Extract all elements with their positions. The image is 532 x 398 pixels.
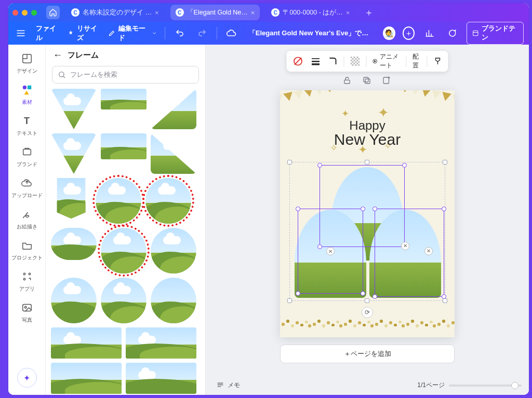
frame-thumb[interactable] <box>151 228 196 273</box>
svg-rect-15 <box>350 57 360 66</box>
home-button[interactable] <box>46 6 60 19</box>
notes-button[interactable]: メモ <box>216 381 240 390</box>
elements-panel: ← フレーム フレームを検索 <box>46 45 206 395</box>
canvas-stage[interactable]: アニメート 配置 ✦ ✦ ✧ <box>206 45 529 395</box>
swap-handle-icon[interactable]: ✕ <box>424 247 433 255</box>
comment-button[interactable] <box>444 25 459 42</box>
selection-box[interactable]: ✕ ✕ <box>375 209 444 297</box>
transparency-button[interactable] <box>349 54 361 68</box>
tab-label: 名称未設定のデザイ … <box>83 8 152 17</box>
svg-rect-12 <box>312 58 320 59</box>
page-quick-tools <box>342 76 392 86</box>
user-avatar[interactable]: 🧑‍🎨 <box>383 26 395 40</box>
frame-thumb-highlighted[interactable] <box>101 228 147 273</box>
no-outline-button[interactable] <box>292 54 304 68</box>
frame-thumb[interactable] <box>51 363 122 394</box>
frame-thumb[interactable] <box>126 327 196 359</box>
animate-button[interactable]: アニメート <box>371 50 401 72</box>
browser-tab[interactable]: C 名称未設定のデザイ … × <box>66 5 164 20</box>
close-tab-icon[interactable]: × <box>155 9 159 17</box>
rail-text[interactable]: Tテキスト <box>11 111 43 140</box>
undo-button[interactable] <box>172 25 188 42</box>
folder-icon <box>20 239 34 252</box>
new-tab-button[interactable]: ＋ <box>361 6 377 19</box>
position-button[interactable]: 配置 <box>411 50 422 72</box>
swap-handle-icon[interactable]: ✕ <box>401 242 409 250</box>
add-page-icon[interactable] <box>382 76 392 86</box>
menu-button[interactable] <box>14 25 29 42</box>
more-format-button[interactable] <box>433 54 443 68</box>
search-input[interactable]: フレームを検索 <box>52 66 199 84</box>
rail-project[interactable]: プロジェクト <box>11 236 43 265</box>
rotate-handle[interactable]: ⟳ <box>362 307 373 318</box>
page-indicator[interactable]: 1/1ページ <box>417 381 445 390</box>
frame-thumb[interactable] <box>51 327 122 359</box>
canva-favicon-icon: C <box>176 8 184 17</box>
frame-thumb-highlighted[interactable] <box>145 178 191 224</box>
zoom-window-icon[interactable] <box>31 10 37 16</box>
corner-radius-button[interactable] <box>327 54 339 68</box>
frame-thumb[interactable] <box>151 89 196 129</box>
close-tab-icon[interactable]: × <box>251 9 255 17</box>
frame-thumb[interactable] <box>51 278 97 323</box>
greeting-text[interactable]: Happy New Year <box>280 118 455 148</box>
frame-thumb[interactable] <box>51 89 97 129</box>
document-title[interactable]: 「Elegant Gold New Year's Eve」で… <box>249 29 368 38</box>
frame-thumb[interactable] <box>101 278 147 323</box>
rail-draw[interactable]: お絵描き <box>11 204 43 234</box>
browser-tab[interactable]: C 〒000-0000 - はが… × <box>266 5 355 20</box>
frame-thumb[interactable] <box>51 228 97 260</box>
back-button[interactable]: ← <box>53 50 62 61</box>
svg-point-5 <box>23 273 25 275</box>
svg-rect-14 <box>312 63 320 65</box>
close-window-icon[interactable] <box>12 10 18 16</box>
frame-thumb[interactable] <box>151 133 196 174</box>
brand-template-button[interactable]: ブランドテン <box>467 22 524 45</box>
frame-thumb[interactable] <box>126 363 196 394</box>
close-tab-icon[interactable]: × <box>346 9 350 17</box>
rail-elements[interactable]: 素材 <box>11 80 43 109</box>
notes-icon <box>216 381 224 390</box>
file-menu[interactable]: ファイル <box>36 24 60 43</box>
magic-button[interactable]: ✦ <box>17 368 37 388</box>
swap-handle-icon[interactable]: ✕ <box>326 247 335 255</box>
tab-label: 「Elegant Gold Ne… <box>187 8 248 17</box>
resize-menu[interactable]: リサイズ <box>68 24 101 43</box>
frame-grid <box>46 89 205 395</box>
minimize-window-icon[interactable] <box>22 10 28 16</box>
template-icon <box>20 52 34 65</box>
frame-thumb-highlighted[interactable] <box>96 178 141 224</box>
svg-rect-19 <box>344 80 350 84</box>
svg-point-10 <box>59 72 64 77</box>
line-weight-button[interactable] <box>310 54 322 68</box>
rail-apps[interactable]: アプリ <box>11 267 43 296</box>
selection-box[interactable]: ✕ <box>298 209 363 294</box>
svg-rect-4 <box>23 149 31 155</box>
zoom-slider[interactable] <box>449 385 522 387</box>
share-add-button[interactable]: ＋ <box>403 26 415 40</box>
duplicate-page-icon[interactable] <box>362 76 373 86</box>
frame-thumb[interactable] <box>101 133 147 159</box>
edit-mode-menu[interactable]: 編集モード <box>108 24 157 43</box>
rail-upload[interactable]: アップロード <box>11 173 43 202</box>
svg-rect-13 <box>312 61 320 62</box>
design-page[interactable]: ✦ ✦ ✧ ✦ ✧ Happy New Year <box>280 90 455 337</box>
app-toolbar: ファイル リサイズ 編集モード 「Elegant Gold New Year's… <box>8 22 529 45</box>
redo-button[interactable] <box>194 25 209 42</box>
lock-page-icon[interactable] <box>342 76 353 86</box>
browser-tab[interactable]: C 「Elegant Gold Ne… × <box>170 5 260 20</box>
zoom-thumb[interactable] <box>511 382 518 389</box>
rail-design[interactable]: デザイン <box>11 49 43 78</box>
apps-icon <box>20 270 34 283</box>
add-page-button[interactable]: ＋ページを追加 <box>280 345 455 363</box>
frame-thumb[interactable] <box>51 178 91 218</box>
frame-thumb[interactable] <box>151 278 196 323</box>
frame-thumb[interactable] <box>51 133 97 174</box>
cloud-sync-icon[interactable] <box>224 25 240 42</box>
rail-brand[interactable]: ブランド <box>11 142 43 171</box>
rail-photo[interactable]: 写真 <box>11 298 43 327</box>
photo-icon <box>20 301 34 314</box>
frame-thumb[interactable] <box>101 89 147 109</box>
analytics-button[interactable] <box>422 25 437 42</box>
svg-rect-3 <box>27 86 31 89</box>
